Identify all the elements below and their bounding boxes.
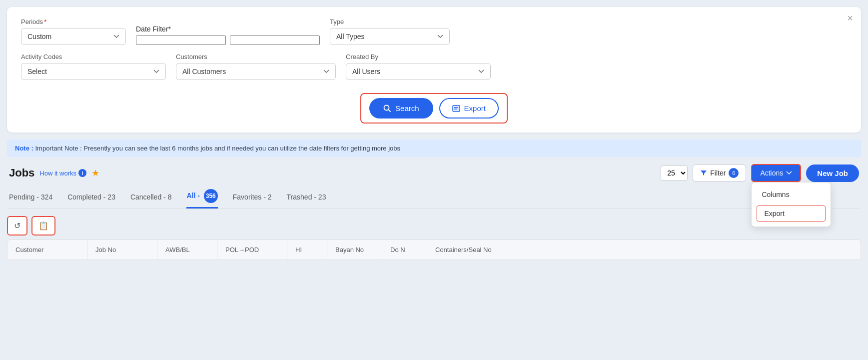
tabs-row: Pending - 324 Completed - 23 Cancelled -… — [7, 189, 861, 208]
filter-icon — [700, 170, 707, 176]
svg-rect-2 — [453, 106, 460, 112]
created-by-select[interactable]: All Users — [346, 63, 491, 80]
table-toolbar: ↺ 📋 — [7, 216, 861, 236]
jobs-controls: 25 Filter 6 Actions Columns Export New J… — [661, 164, 859, 182]
close-button[interactable]: × — [847, 13, 853, 23]
refresh-icon: ↺ — [14, 222, 20, 230]
date-end-input[interactable]: 02-01-2024 — [230, 36, 320, 45]
periods-select[interactable]: Custom — [21, 28, 126, 45]
note-text: Important Note : Presently you can see t… — [35, 144, 400, 152]
export-button[interactable]: Export — [439, 98, 499, 118]
columns-menu-item[interactable]: Columns — [752, 186, 831, 204]
tab-all[interactable]: All - 356 — [186, 189, 217, 208]
svg-line-1 — [388, 110, 390, 112]
col-header-jobno: Job No — [87, 240, 157, 260]
favorite-star-icon[interactable]: ★ — [91, 168, 99, 178]
type-group: Type All Types — [330, 18, 450, 45]
activity-codes-group: Activity Codes Select — [21, 53, 166, 80]
action-buttons-area: Search Export — [360, 93, 508, 124]
col-header-bayan: Bayan No — [327, 240, 382, 260]
export-icon — [452, 104, 460, 112]
col-header-container: Containers/Seal No — [427, 240, 861, 260]
type-label: Type — [330, 18, 450, 26]
page-size-select[interactable]: 25 — [661, 166, 688, 180]
refresh-button[interactable]: ↺ — [7, 216, 27, 236]
type-select[interactable]: All Types — [330, 28, 450, 45]
actions-dropdown-menu: Columns Export — [751, 182, 831, 227]
jobs-title-area: Jobs How it works i ★ — [9, 166, 99, 180]
customers-label: Customers — [176, 53, 336, 60]
periods-label: Periods* — [21, 18, 126, 26]
activity-codes-label: Activity Codes — [21, 53, 166, 60]
activity-codes-select[interactable]: Select — [21, 63, 166, 80]
customers-select[interactable]: All Customers — [176, 63, 336, 80]
col-header-pol: POL→POD — [217, 240, 287, 260]
chevron-down-icon — [786, 171, 792, 175]
filter-button[interactable]: Filter 6 — [693, 164, 746, 182]
actions-dropdown-container: Actions Columns Export — [751, 164, 801, 182]
customers-group: Customers All Customers — [176, 53, 336, 80]
search-button[interactable]: Search — [369, 98, 433, 118]
table-header: Customer Job No AWB/BL POL→POD HI Bayan … — [7, 240, 861, 260]
export-menu-item[interactable]: Export — [757, 206, 826, 222]
export-doc-icon: 📋 — [38, 222, 48, 230]
actions-button[interactable]: Actions — [751, 164, 801, 182]
jobs-title: Jobs — [9, 166, 34, 180]
tab-trashed[interactable]: Trashed - 23 — [287, 193, 326, 205]
new-job-button[interactable]: New Job — [806, 164, 859, 182]
note-prefix: Note : — [15, 144, 33, 152]
periods-group: Periods* Custom — [21, 18, 126, 45]
date-filter-group: Date Filter* 01-10-2023 02-01-2024 — [136, 25, 320, 45]
all-count-badge: 356 — [204, 189, 218, 203]
tab-favorites[interactable]: Favorites - 2 — [233, 193, 272, 205]
tab-pending[interactable]: Pending - 324 — [9, 193, 52, 205]
tab-completed[interactable]: Completed - 23 — [67, 193, 115, 205]
col-header-awb: AWB/BL — [157, 240, 217, 260]
col-header-do: Do N — [382, 240, 427, 260]
tab-cancelled[interactable]: Cancelled - 8 — [130, 193, 172, 205]
date-filter-label: Date Filter* — [136, 25, 320, 33]
filter-panel: × Periods* Custom Date Filter* 01-10-202… — [7, 7, 861, 132]
jobs-area: Customer Job No AWB/BL POL→POD HI Bayan … — [0, 240, 868, 260]
how-it-works-link[interactable]: How it works i — [39, 169, 86, 177]
created-by-label: Created By — [346, 53, 491, 60]
date-start-input[interactable]: 01-10-2023 — [136, 36, 226, 45]
note-bar: Note : Important Note : Presently you ca… — [7, 140, 861, 157]
col-header-hi: HI — [287, 240, 327, 260]
search-icon — [383, 104, 391, 112]
jobs-header: Jobs How it works i ★ 25 Filter 6 Action… — [7, 164, 861, 182]
tabs-divider — [7, 208, 861, 209]
col-header-customer: Customer — [7, 240, 87, 260]
filter-count-badge: 6 — [729, 168, 739, 178]
info-icon: i — [78, 169, 86, 177]
toolbar-export-button[interactable]: 📋 — [31, 216, 55, 236]
created-by-group: Created By All Users — [346, 53, 491, 80]
